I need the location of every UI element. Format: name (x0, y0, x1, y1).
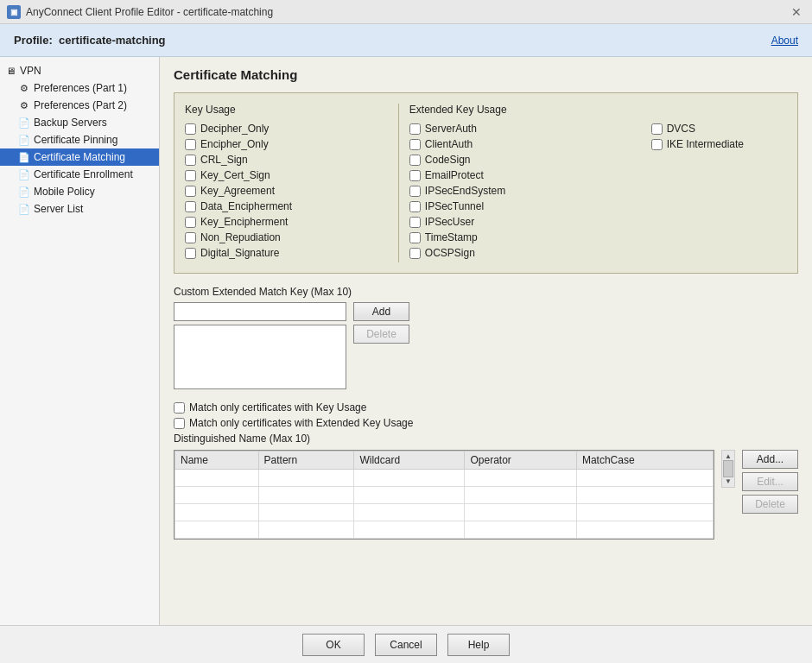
match-key-usage-checkbox[interactable] (174, 402, 185, 414)
ext-key-usage2-ike-intermediate-checkbox[interactable] (651, 139, 663, 150)
key-usage-item-row: Encipher_Only (185, 138, 379, 150)
dn-cell-2-2 (354, 504, 465, 521)
close-button[interactable]: ✕ (788, 3, 805, 21)
about-link[interactable]: About (771, 35, 798, 47)
ext-key-usage-ipsectunnel-label: IPSecTunnel (425, 200, 484, 212)
ext-key-usage-item-row: EmailProtect (409, 169, 643, 181)
sidebar-item-prefs1[interactable]: ⚙Preferences (Part 1) (0, 79, 159, 97)
key-usage-data-encipherment-checkbox[interactable] (185, 201, 196, 212)
sidebar-item-certpin[interactable]: 📄Certificate Pinning (0, 131, 159, 148)
dn-col-header-operator: Operator (465, 451, 576, 470)
dn-table-wrapper: NamePatternWildcardOperatorMatchCase (174, 450, 714, 540)
title-bar-left: ▣ AnyConnect Client Profile Editor - cer… (7, 5, 273, 19)
ext-key-usage-codesign-checkbox[interactable] (409, 155, 421, 166)
ext-key-usage-item-row: IPSecTunnel (409, 200, 643, 212)
sidebar-item-backup[interactable]: 📄Backup Servers (0, 114, 159, 131)
ext-key-usage-ocspsign-checkbox[interactable] (409, 248, 421, 259)
key-usage-items: Decipher_OnlyEncipher_OnlyCRL_SignKey_Ce… (185, 123, 379, 259)
key-usage-encipher-only-checkbox[interactable] (185, 139, 196, 150)
dn-cell-1-3 (465, 487, 576, 504)
ext-key-usage-serverauth-checkbox[interactable] (409, 123, 421, 135)
match-key-usage-checkbox-row: Match only certificates with Key Usage (174, 401, 798, 414)
dn-edit-button[interactable]: Edit... (742, 472, 798, 491)
dn-row-0[interactable] (175, 470, 714, 487)
key-usage-non-repudiation-checkbox[interactable] (185, 232, 196, 243)
dn-section: Distinguished Name (Max 10) NamePatternW… (174, 433, 798, 540)
dn-delete-button[interactable]: Delete (742, 495, 798, 514)
help-button[interactable]: Help (447, 634, 510, 656)
sidebar-item-prefs2[interactable]: ⚙Preferences (Part 2) (0, 97, 159, 114)
dn-cell-2-3 (465, 504, 576, 521)
key-usage-key_agreement-label: Key_Agreement (200, 185, 275, 197)
ext-key-usage-ipsecendsystem-checkbox[interactable] (409, 186, 421, 197)
ext-key-usage2-item-row: IKE Intermediate (651, 138, 787, 150)
dn-cell-3-0 (175, 521, 259, 539)
title-bar: ▣ AnyConnect Client Profile Editor - cer… (0, 0, 812, 24)
match-key-usage-label: Match only certificates with Key Usage (189, 401, 366, 414)
sidebar: 🖥VPN⚙Preferences (Part 1)⚙Preferences (P… (0, 57, 160, 625)
sidebar-item-vpn[interactable]: 🖥VPN (0, 62, 159, 79)
prefs1-label: Preferences (Part 1) (34, 82, 127, 94)
ext-key-usage-ipsecuser-checkbox[interactable] (409, 217, 421, 228)
dn-cell-1-4 (576, 487, 713, 504)
key-usage-key_cert_sign-label: Key_Cert_Sign (200, 169, 270, 181)
ext-key-usage2-dvcs-checkbox[interactable] (651, 123, 663, 135)
ext-key-usage-serverauth-label: ServerAuth (425, 123, 477, 135)
dn-cell-1-2 (354, 487, 465, 504)
key-usage-item-row: Data_Encipherment (185, 200, 379, 212)
sidebar-item-certenroll[interactable]: 📄Certificate Enrollment (0, 166, 159, 183)
sidebar-item-certmatch[interactable]: 📄Certificate Matching (0, 148, 159, 166)
key-usage-key-cert-sign-checkbox[interactable] (185, 170, 196, 181)
custom-key-list[interactable] (174, 325, 346, 389)
dn-row-2[interactable] (175, 504, 714, 521)
backup-icon: 📄 (17, 116, 31, 129)
custom-key-btn-group: Add Delete (353, 302, 409, 344)
ok-button[interactable]: OK (302, 634, 365, 656)
ext-key-usage-item-row: IPSecUser (409, 216, 643, 228)
key-usage-crl-sign-checkbox[interactable] (185, 155, 196, 166)
scroll-down-icon[interactable]: ▼ (725, 477, 732, 485)
dn-add-button[interactable]: Add... (742, 450, 798, 469)
ext-key-usage-timestamp-checkbox[interactable] (409, 232, 421, 243)
dn-row-3[interactable] (175, 521, 714, 539)
ext-key-usage2-item-row: DVCS (651, 123, 787, 135)
serverlist-label: Server List (34, 203, 83, 215)
add-key-button[interactable]: Add (353, 302, 409, 321)
ext-key-usage-ocspsign-label: OCSPSign (425, 247, 475, 259)
ext-key-usage-item-row: ClientAuth (409, 138, 643, 150)
dn-cell-0-2 (354, 470, 465, 487)
dn-scrollbar[interactable]: ▲ ▼ (721, 450, 735, 488)
match-checkboxes: Match only certificates with Key Usage M… (174, 401, 798, 429)
ext-key-usage-clientauth-checkbox[interactable] (409, 139, 421, 150)
custom-key-input[interactable] (174, 302, 346, 321)
key-usage-digital-signature-checkbox[interactable] (185, 248, 196, 259)
key-usage-crl_sign-label: CRL_Sign (200, 154, 248, 166)
key-usage-item-row: Key_Agreement (185, 185, 379, 197)
scroll-up-icon[interactable]: ▲ (725, 452, 732, 460)
dn-cell-2-1 (258, 504, 354, 521)
key-usage-key-encipherment-checkbox[interactable] (185, 217, 196, 228)
dn-cell-2-4 (576, 504, 713, 521)
sidebar-item-serverlist[interactable]: 📄Server List (0, 200, 159, 218)
profile-name: certificate-matching (59, 34, 166, 47)
ext-key-usage-emailprotect-checkbox[interactable] (409, 170, 421, 181)
dn-cell-2-0 (175, 504, 259, 521)
vpn-label: VPN (20, 65, 41, 77)
ext-key-usage-ipsectunnel-checkbox[interactable] (409, 201, 421, 212)
key-usage-decipher-only-checkbox[interactable] (185, 123, 196, 135)
prefs2-label: Preferences (Part 2) (34, 99, 127, 111)
sidebar-item-mobilepol[interactable]: 📄Mobile Policy (0, 183, 159, 200)
key-usage-digital_signature-label: Digital_Signature (200, 247, 279, 259)
cancel-button[interactable]: Cancel (375, 634, 437, 656)
delete-key-button[interactable]: Delete (353, 325, 409, 344)
key-usage-key-agreement-checkbox[interactable] (185, 186, 196, 197)
dn-row: NamePatternWildcardOperatorMatchCase ▲ ▼… (174, 450, 798, 540)
certenroll-label: Certificate Enrollment (34, 168, 133, 180)
dn-row-1[interactable] (175, 487, 714, 504)
app-icon: ▣ (7, 5, 21, 19)
ext-key-usage-item-row: TimeStamp (409, 231, 643, 243)
content-area: Certificate Matching Key Usage Decipher_… (160, 57, 812, 625)
match-ext-key-usage-checkbox[interactable] (174, 418, 185, 429)
ext-key-usage-item-row: OCSPSign (409, 247, 643, 259)
certpin-icon: 📄 (17, 133, 31, 147)
